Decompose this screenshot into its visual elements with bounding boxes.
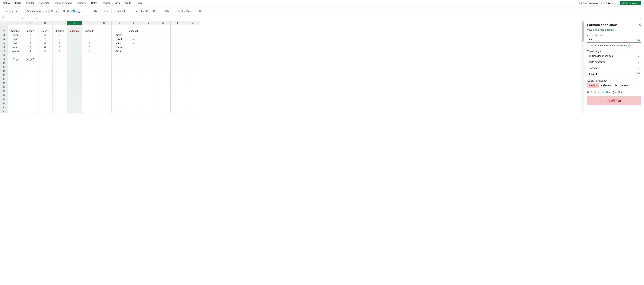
cell-B14[interactable] [23,77,38,81]
cell-K19[interactable] [156,97,170,101]
cell-M21[interactable] [185,105,200,109]
cell-D16[interactable] [52,85,67,89]
column-header-L[interactable]: L [170,21,185,25]
cell-E15[interactable] [67,81,82,85]
cell-H15[interactable] [112,81,126,85]
cell-A8[interactable] [8,53,23,57]
cell-M4[interactable] [185,37,200,41]
merge-button[interactable]: ⊟⌄ [104,9,108,13]
cell-D5[interactable]: 8 [52,41,67,45]
cell-F7[interactable]: 8 [82,49,97,53]
menu-item-fórmulas[interactable]: Fórmulas [77,0,86,6]
cell-B21[interactable] [23,105,38,109]
column-header-G[interactable]: G [97,21,112,25]
cell-K18[interactable] [156,93,170,97]
cell-H22[interactable] [112,109,126,113]
cell-F8[interactable] [82,53,97,57]
cell-C4[interactable]: 7 [38,37,52,41]
double-underline-tool[interactable]: D [598,91,600,93]
cell-C9[interactable] [38,57,52,61]
cell-G18[interactable] [97,93,112,97]
cell-J13[interactable] [141,73,156,77]
cell-I19[interactable] [126,97,141,101]
cell-I10[interactable] [126,61,141,65]
cell-A6[interactable]: Nanci [8,45,23,49]
cell-G4[interactable] [97,37,112,41]
cell-E22[interactable] [67,109,82,113]
cell-G11[interactable] [97,65,112,69]
cell-L9[interactable] [170,57,185,61]
cell-I8[interactable] [126,53,141,57]
cell-C7[interactable]: 9 [38,49,52,53]
cell-C16[interactable] [38,85,52,89]
share-button[interactable]: 🔗 Compartir [620,1,641,5]
cell-F22[interactable] [82,109,97,113]
cell-I11[interactable] [126,65,141,69]
range-picker-icon[interactable]: ▦ [636,72,641,76]
cell-G8[interactable] [97,53,112,57]
cell-J19[interactable] [141,97,156,101]
row-header-9[interactable]: 9 [0,57,8,61]
cell-B13[interactable] [23,73,38,77]
cell-I6[interactable]: 8 [126,45,141,49]
row-header-4[interactable]: 4 [0,37,8,41]
row-header-11[interactable]: 11 [0,65,8,69]
wrap-text-button[interactable]: ↩ [99,9,103,13]
font-size-select[interactable]: 11⌄ [49,9,59,13]
cell-L13[interactable] [170,73,185,77]
cell-A18[interactable] [8,93,23,97]
cell-D18[interactable] [52,93,67,97]
cell-I14[interactable] [126,77,141,81]
cell-A4[interactable]: Juan [8,37,23,41]
cell-M3[interactable] [185,33,200,37]
cell-G1[interactable] [97,25,112,29]
cell-G19[interactable] [97,97,112,101]
cell-I1[interactable] [126,25,141,29]
cell-B11[interactable] [23,65,38,69]
cell-E12[interactable] [67,69,82,73]
cell-M20[interactable] [185,101,200,105]
cell-L3[interactable] [170,33,185,37]
cell-L1[interactable] [170,25,185,29]
cell-H2[interactable] [112,29,126,33]
decrease-decimal-button[interactable]: .00← [152,9,159,13]
cell-G7[interactable] [97,49,112,53]
cell-A1[interactable] [8,25,23,29]
cell-G15[interactable] [97,81,112,85]
cell-J2[interactable] [141,29,156,33]
cell-J11[interactable] [141,65,156,69]
cell-M6[interactable] [185,45,200,49]
cell-G20[interactable] [97,101,112,105]
cell-K20[interactable] [156,101,170,105]
column-header-J[interactable]: J [141,21,156,25]
cell-H14[interactable] [112,77,126,81]
cell-D20[interactable] [52,101,67,105]
cell-A17[interactable] [8,89,23,93]
strike-tool[interactable]: ab [602,91,604,93]
cell-B10[interactable] [23,61,38,65]
cell-E18[interactable] [67,93,82,97]
cell-H1[interactable] [112,25,126,29]
manage-rules-link[interactable]: Vaya a administrar reglas [587,28,614,31]
cell-B15[interactable] [23,81,38,85]
cell-M10[interactable] [185,61,200,65]
cell-H5[interactable]: Juan [112,41,126,45]
row-header-7[interactable]: 7 [0,49,8,53]
font-name-select[interactable]: Aptos Narrow ...⌄ [25,9,49,13]
cell-K11[interactable] [156,65,170,69]
cell-A15[interactable] [8,81,23,85]
cell-J4[interactable] [141,37,156,41]
cell-H3[interactable]: Arturo [112,33,126,37]
cell-B3[interactable]: 7 [23,33,38,37]
cell-G17[interactable] [97,89,112,93]
cell-M9[interactable] [185,57,200,61]
cell-L8[interactable] [170,53,185,57]
cell-F11[interactable] [82,65,97,69]
cell-E20[interactable] [67,101,82,105]
cell-D13[interactable] [52,73,67,77]
cell-A19[interactable] [8,97,23,101]
cell-A16[interactable] [8,85,23,89]
cell-M22[interactable] [185,109,200,113]
cell-J18[interactable] [141,93,156,97]
cell-E11[interactable] [67,65,82,69]
